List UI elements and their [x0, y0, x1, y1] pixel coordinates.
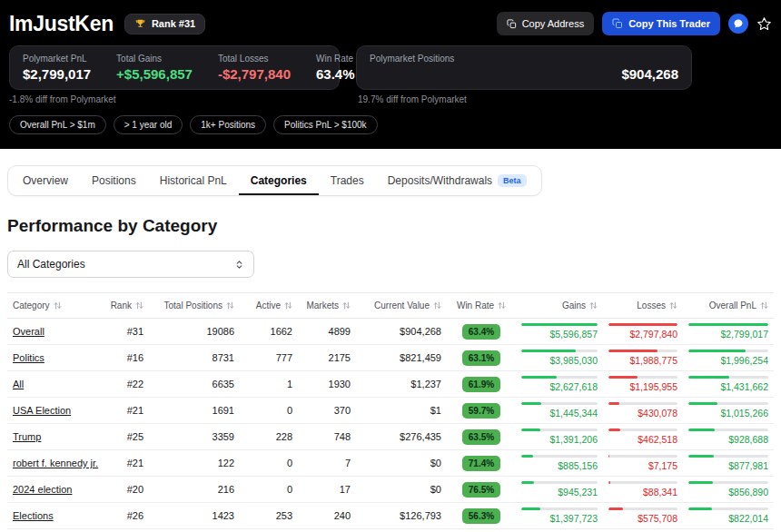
overall-pnl-cell: $856,890 — [683, 477, 774, 503]
tab-label: Overview — [23, 174, 68, 187]
category-link[interactable]: Politics — [13, 352, 44, 363]
stat-label: Win Rate — [316, 54, 355, 64]
current-value-cell: $904,268 — [356, 319, 447, 345]
win-rate-badge: 59.7% — [462, 403, 500, 419]
losses-bar — [608, 376, 677, 379]
category-link[interactable]: Trump — [13, 431, 41, 442]
category-cell: All — [7, 371, 98, 398]
losses-bar — [608, 429, 677, 431]
column-header-rank[interactable]: Rank — [98, 293, 149, 319]
tab-label: Historical PnL — [160, 174, 227, 187]
category-link[interactable]: 2024 election — [13, 484, 72, 495]
table-row: Elections#261423253240$126,79356.3%$1,39… — [7, 503, 774, 529]
overall-pnl-bar — [688, 455, 768, 458]
total-positions-cell: 185 — [149, 529, 240, 532]
column-header-win-rate[interactable]: Win Rate — [447, 293, 516, 319]
copy-trader-icon — [612, 18, 623, 29]
active-cell: 777 — [240, 345, 298, 371]
active-cell: 0 — [240, 477, 298, 503]
win-rate-cell: 63.4% — [447, 319, 516, 345]
copy-trader-button[interactable]: Copy This Trader — [602, 12, 720, 35]
category-link[interactable]: Elections — [13, 510, 54, 521]
markets-cell: 240 — [298, 503, 356, 529]
column-header-gains[interactable]: Gains — [516, 293, 603, 319]
gains-cell: $3,985,030 — [516, 345, 603, 371]
column-header-current-value[interactable]: Current Value — [356, 293, 447, 319]
overall-pnl-cell: $795,048 — [683, 529, 774, 532]
current-value-cell: $276,435 — [356, 424, 447, 450]
copy-address-label: Copy Address — [522, 18, 584, 29]
win-rate-cell: 63.5% — [447, 424, 516, 450]
pnl-diff-note: -1.8% diff from Polymarket — [9, 94, 358, 104]
stat-label: Total Losses — [218, 54, 291, 64]
rank-badge-label: Rank #31 — [152, 18, 195, 29]
current-value-cell: $1,237 — [356, 371, 447, 398]
losses-cell: $21,625 — [603, 529, 683, 532]
tab-positions[interactable]: Positions — [80, 166, 148, 195]
overall-pnl-bar — [688, 481, 768, 484]
rank-cell: #16 — [98, 345, 149, 371]
category-link[interactable]: robert f. kennedy jr. — [13, 458, 98, 468]
category-filter[interactable]: All Categories — [7, 251, 254, 278]
column-header-category[interactable]: Category — [7, 293, 98, 319]
column-header-markets[interactable]: Markets — [298, 293, 356, 319]
favorite-star-icon[interactable] — [756, 16, 772, 32]
chat-icon[interactable] — [728, 14, 748, 34]
trophy-icon — [134, 18, 146, 30]
table-row: Trump#253359228748$276,43563.5%$1,391,20… — [7, 424, 774, 450]
stat-value: +$5,596,857 — [116, 66, 193, 82]
profile-header: ImJustKen Rank #31 Copy Address — [0, 0, 781, 149]
category-link[interactable]: Overall — [13, 326, 44, 337]
section-title: Performance by Category — [7, 216, 774, 236]
overall-pnl-bar — [688, 507, 768, 510]
overall-pnl-cell: $2,799,017 — [683, 319, 774, 345]
filter-badge: Politics PnL > $100k — [273, 115, 378, 134]
tab-deposits-withdrawals[interactable]: Deposits/WithdrawalsBeta — [376, 166, 539, 195]
column-header-total-positions[interactable]: Total Positions — [149, 293, 240, 319]
category-link[interactable]: All — [13, 379, 24, 389]
markets-cell: 7 — [298, 450, 356, 477]
sort-icon — [226, 301, 234, 310]
rank-cell: #25 — [98, 424, 149, 450]
markets-cell: 34 — [298, 529, 356, 532]
stat-total-gains: Total Gains +$5,596,857 — [116, 54, 193, 82]
table-row: USA Election#2116910370$159.7%$1,445,344… — [7, 398, 774, 424]
copy-icon — [507, 19, 517, 29]
sort-icon — [760, 301, 768, 310]
rank-cell: #20 — [98, 477, 149, 503]
column-header-losses[interactable]: Losses — [603, 293, 683, 319]
losses-cell: $575,708 — [603, 503, 683, 529]
category-cell: Overall — [7, 319, 98, 345]
win-rate-cell: 56.3% — [447, 503, 516, 529]
tab-bar: OverviewPositionsHistorical PnLCategorie… — [7, 165, 542, 196]
copy-address-button[interactable]: Copy Address — [497, 12, 594, 35]
rank-cell: #25 — [98, 529, 149, 532]
column-header-label: Win Rate — [457, 300, 494, 310]
overall-pnl-cell: $1,431,662 — [683, 371, 774, 398]
losses-cell: $1,195,955 — [603, 371, 683, 398]
win-rate-cell: 71.4% — [447, 450, 516, 477]
gains-bar — [521, 323, 598, 326]
tab-historical-pnl[interactable]: Historical PnL — [148, 166, 239, 195]
tab-overview[interactable]: Overview — [11, 166, 80, 195]
stat-value: 63.4% — [316, 66, 355, 82]
category-cell: USA Election — [7, 398, 98, 424]
table-row: Joe Biden#25185034$073.5%$816,672$21,625… — [7, 529, 774, 532]
tab-trades[interactable]: Trades — [319, 166, 376, 195]
gains-cell: $2,627,618 — [516, 371, 603, 398]
win-rate-cell: 76.5% — [447, 477, 516, 503]
column-header-active[interactable]: Active — [240, 293, 298, 319]
category-cell: Politics — [7, 345, 98, 371]
column-header-overall-pnl[interactable]: Overall PnL — [683, 293, 774, 319]
column-header-label: Gains — [562, 300, 586, 310]
losses-cell: $7,175 — [603, 450, 683, 477]
table-row: 2024 election#20216017$076.5%$945,231$88… — [7, 477, 774, 503]
current-value-cell: $0 — [356, 477, 447, 503]
tab-categories[interactable]: Categories — [239, 166, 319, 195]
current-value-cell: $0 — [356, 450, 447, 477]
win-rate-badge: 71.4% — [462, 456, 500, 471]
overall-pnl-cell: $1,996,254 — [683, 345, 774, 371]
win-rate-badge: 63.1% — [462, 350, 500, 366]
category-link[interactable]: USA Election — [13, 405, 71, 416]
gains-cell: $1,397,723 — [516, 503, 603, 529]
